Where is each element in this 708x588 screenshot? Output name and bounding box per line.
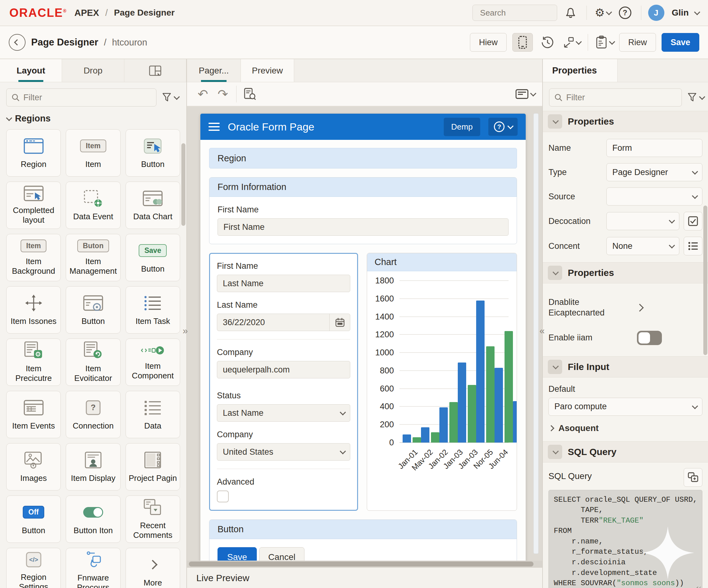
concent-list-button[interactable] [684,237,702,255]
component-card-more-26[interactable]: More [125,548,180,588]
component-card-button-iton-22[interactable]: Button Iton [66,495,120,543]
collapse-button[interactable] [548,266,562,280]
component-card-button-21[interactable]: OffButton [6,495,61,543]
left-panel-scrollbar[interactable] [181,143,185,226]
tab-properties[interactable]: Properties [543,59,618,82]
menu-icon[interactable] [208,123,220,131]
decocation-select[interactable] [607,212,679,230]
collapse-button[interactable] [548,445,562,459]
component-card-button-8[interactable]: SaveButton [125,234,180,281]
sql-query-editor[interactable]: SELECT oracle_SQL QUERY_OF USRD, TAPE, T… [549,490,702,588]
help-button[interactable]: ? [616,4,634,22]
save-button[interactable]: Save [661,33,699,52]
component-card-data-17[interactable]: Data [125,391,180,438]
demp-button[interactable]: Demp [444,118,480,136]
left-splitter-handle[interactable]: » [183,326,188,336]
file-input-section[interactable]: File Input [543,356,708,377]
preview-save-button[interactable]: Save [217,547,257,561]
region-header[interactable]: Region [209,148,517,168]
live-preview-header[interactable]: Live Preview [187,567,542,588]
component-card-fnnware-procours-25[interactable]: Fnnware Procours [66,548,120,588]
sql-copy-button[interactable] [684,468,702,487]
component-card-completted-layout-3[interactable]: Completted layout [6,182,61,229]
redo-button[interactable]: ↷ [214,86,231,102]
tab-drop[interactable]: Drop [62,59,124,82]
component-card-button-10[interactable]: Button [66,286,120,334]
enable-iiam-toggle[interactable] [637,331,662,345]
first-name-input[interactable]: First Name [217,218,508,236]
left-filter-input[interactable] [23,93,151,102]
asoquent-group[interactable]: Asoquent [549,422,702,434]
component-card-region-0[interactable]: Region [6,129,61,177]
component-card-item-issones-9[interactable]: Item Issones [6,286,61,334]
history-button[interactable] [538,33,557,52]
device-preview-button[interactable] [512,33,533,52]
user-name[interactable]: Glin [672,8,689,18]
date-input[interactable]: 36/22/2020 [217,314,350,331]
clipboard-button[interactable] [595,33,614,52]
tab-layout[interactable]: Layout [0,59,62,82]
properties-filter-input[interactable] [566,93,677,102]
display-mode-button[interactable] [515,86,535,102]
riew-button[interactable]: Riew [619,33,656,52]
component-card-data-event-4[interactable]: Data Event [66,182,120,229]
component-card-item-evoiticator-13[interactable]: Item Evoiticator [66,339,120,386]
notifications-button[interactable] [562,4,580,22]
form-information-header[interactable]: Form Information [209,178,517,197]
hiew-button[interactable]: Hiew [470,33,507,52]
chart-region-header[interactable]: Chart [367,253,517,271]
tab-grid-view[interactable] [124,59,186,82]
chart-region[interactable]: Chart 020040060080010001200140016001800 … [367,253,517,511]
sql-query-section[interactable]: SQL Query [543,441,708,463]
fn-input[interactable]: Last Name [217,275,350,292]
component-card-project-pagin-20[interactable]: Project Pagin [125,443,180,491]
collapse-button[interactable] [548,360,562,374]
page-search-button[interactable] [241,86,258,102]
settings-menu-button[interactable]: ⚙ [594,4,612,22]
tab-preview[interactable]: Preview [241,59,294,82]
global-search[interactable] [472,5,557,21]
component-card-region-settings-24[interactable]: </>Region Settings [6,548,61,588]
properties-section-2[interactable]: Properties [543,262,708,283]
concent-select[interactable]: None [607,237,679,255]
name-input[interactable]: Form [607,139,702,157]
selected-form-region[interactable]: First Name Last Name Last Name 36/22/202… [209,253,358,511]
component-card-item-task-11[interactable]: Item Task [125,286,180,334]
regions-section-header[interactable]: Regions [0,111,186,128]
component-card-button-2[interactable]: Button [125,129,180,177]
avatar[interactable]: J [648,5,665,21]
component-card-images-18[interactable]: Images [6,443,61,491]
status-select[interactable]: Last Name [217,404,350,422]
back-button[interactable] [9,34,26,51]
component-card-recent-comments-23[interactable]: Recent Comments [125,495,180,543]
default-select[interactable]: Paro compute [549,398,702,416]
breadcrumb-page-designer[interactable]: Page Designer [114,8,175,18]
component-card-item-management-7[interactable]: ButonItem Management [66,234,120,281]
advanced-checkbox[interactable] [217,491,229,502]
component-card-data-chart-5[interactable]: Data Chart [125,182,180,229]
preview-help-button[interactable]: ? [488,118,518,136]
properties-filter-options-button[interactable] [685,93,706,102]
canvas-vertical-scrollbar[interactable] [533,113,538,554]
component-card-item-background-6[interactable]: ItemItem Background [6,234,61,281]
user-menu-chevron-icon[interactable] [694,9,700,15]
chevron-right-icon[interactable] [636,304,644,311]
canvas-horizontal-scrollbar[interactable] [187,561,542,567]
properties-filter[interactable] [549,88,682,106]
tab-pager[interactable]: Pager... [187,59,241,82]
source-select[interactable] [607,187,702,206]
button-region-header[interactable]: Button [209,520,517,539]
component-card-item-component-14[interactable]: Item Component [125,339,180,386]
type-select[interactable]: Page Designer [607,163,702,181]
undo-button[interactable]: ↶ [195,86,211,102]
properties-section-1[interactable]: Properties [543,111,708,132]
date-picker-button[interactable] [329,314,350,331]
component-card-item-precicutre-12[interactable]: Item Precicutre [6,339,61,386]
right-panel-scrollbar[interactable] [703,206,707,355]
component-card-item-events-15[interactable]: Item Events [6,391,61,438]
decocation-checkbox-button[interactable] [684,212,702,230]
layout-shrink-button[interactable] [562,33,580,52]
left-filter[interactable] [6,88,156,106]
country-select[interactable]: United States [217,443,350,461]
right-splitter-handle[interactable]: « [539,326,545,336]
